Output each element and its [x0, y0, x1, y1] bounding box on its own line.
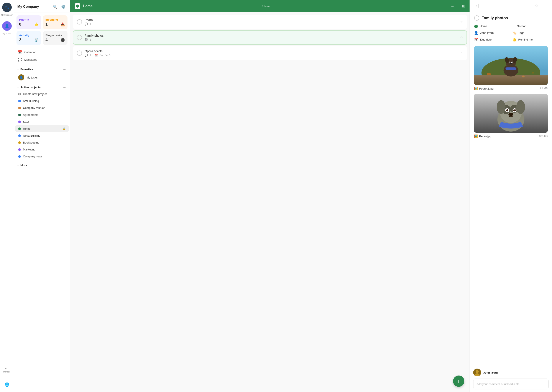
comment-author-row: John (You)	[473, 369, 549, 376]
task-count-badge: 3 tasks	[261, 5, 270, 8]
seo-label: SEO	[23, 120, 66, 123]
manage-icon[interactable]: ···	[5, 366, 9, 371]
favorites-chevron-icon: ▼	[17, 68, 19, 70]
sidebar-item-star-building[interactable]: Star Building	[15, 98, 69, 104]
task-circle-opera-tickets[interactable]	[77, 50, 82, 56]
svg-rect-2	[474, 75, 548, 85]
detail-section-item[interactable]: ☰ Section	[512, 24, 548, 28]
user-avatar[interactable]: 👤	[2, 21, 12, 31]
active-projects-chevron-icon: ▼	[17, 86, 19, 88]
detail-project-label: Home	[480, 25, 487, 28]
more-section-header[interactable]: ▼ More	[14, 161, 70, 168]
detail-due-date-item[interactable]: 📅 Due date	[474, 37, 510, 42]
add-task-button[interactable]: +	[453, 376, 464, 387]
svg-point-12	[509, 62, 510, 63]
search-icon[interactable]: 🔍	[52, 3, 58, 10]
svg-point-29	[508, 113, 513, 116]
detail-task-circle[interactable]	[474, 15, 479, 21]
sidebar-item-seo[interactable]: SEO	[15, 118, 69, 125]
task-star-pedro[interactable]: ☆	[460, 20, 463, 24]
comment-placeholder: Add your comment or upload a file	[476, 382, 519, 386]
sidebar-item-bookkeeping[interactable]: Bookkeeping	[15, 139, 69, 146]
task-list-panel-wrapper: Home 3 tasks ··· ⊞ Pedro 💬 1 ☆	[70, 0, 470, 392]
detail-collapse-button[interactable]: →|	[473, 3, 480, 9]
attachment-pedro-thumb	[474, 94, 548, 133]
task-star-family-photos[interactable]: ☆	[460, 35, 463, 40]
header-more-icon[interactable]: ···	[451, 4, 454, 8]
svg-point-3	[487, 73, 491, 75]
task-date-sep: 📅	[95, 54, 98, 57]
priority-card[interactable]: Priority 0 ⭐	[16, 15, 41, 29]
home-label: Home	[23, 127, 60, 130]
favorites-section-header[interactable]: ▼ Favorites ···	[14, 64, 70, 73]
comment-icon-pedro: 💬	[85, 22, 88, 26]
star-building-dot	[18, 100, 21, 102]
active-projects-more-icon[interactable]: ···	[62, 84, 67, 90]
sidebar-item-agreements[interactable]: Agreements	[15, 112, 69, 118]
task-content-opera-tickets: Opera tickets 💬 1 📅 Sat, Jul 6	[85, 49, 457, 57]
task-content-family-photos: Family photos 💬 1	[85, 34, 457, 41]
sidebar-cards: Priority 0 ⭐ Incoming 1 📥 Activity 2 📡 S…	[14, 13, 70, 48]
sidebar-item-nova-building[interactable]: Nova Building	[15, 132, 69, 139]
detail-more-icon[interactable]: ···	[545, 4, 549, 8]
detail-remind-icon: 🔔	[512, 37, 517, 42]
detail-tags-item[interactable]: 🏷️ Tags	[512, 31, 548, 35]
task-item-pedro[interactable]: Pedro 💬 1 ☆	[73, 15, 467, 29]
task-circle-pedro[interactable]	[77, 19, 82, 25]
settings-gear-icon[interactable]: ⚙️	[60, 3, 67, 10]
activity-card[interactable]: Activity 2 📡	[16, 31, 41, 45]
sidebar-item-messages[interactable]: 💬 Messages	[16, 56, 68, 63]
sidebar-item-company-reunion[interactable]: Company reunion	[15, 105, 69, 111]
sidebar-header-actions: 🔍 ⚙️	[52, 3, 67, 10]
detail-assignee-icon: 👤	[474, 31, 479, 35]
task-name-opera-tickets: Opera tickets	[85, 49, 457, 53]
sidebar-item-home[interactable]: Home 🔒	[15, 125, 69, 132]
comment-input[interactable]: Add your comment or upload a file	[473, 378, 549, 389]
company-avatar[interactable]: 🐾	[2, 3, 12, 12]
detail-assignee-item[interactable]: 👤 John (You)	[474, 31, 510, 35]
attachment-pedro2-name-group: 🖼️ Pedro 2.jpg	[474, 87, 494, 90]
attachment-file-icon: 🖼️	[474, 87, 478, 90]
detail-project-dot-icon: ⬤	[474, 24, 478, 28]
project-toggle-icon[interactable]	[75, 3, 80, 9]
detail-task-name: Family photos	[481, 16, 508, 20]
task-item-opera-tickets[interactable]: Opera tickets 💬 1 📅 Sat, Jul 6 ☆	[73, 46, 467, 60]
attachment-pedro2: 🖼️ Pedro 2.jpg 3.1 MB	[474, 46, 548, 90]
svg-point-25	[506, 109, 508, 112]
user-label: My Nozbe	[2, 33, 11, 35]
task-date-opera-tickets: Sat, Jul 6	[100, 54, 110, 57]
svg-point-13	[512, 62, 513, 63]
detail-project-item[interactable]: ⬤ Home	[474, 24, 510, 28]
task-meta-family-photos: 💬 1	[85, 38, 457, 41]
settings-icon[interactable]: 🌐	[2, 380, 12, 389]
header-filter-icon[interactable]: ⊞	[462, 4, 465, 8]
more-chevron-icon: ▼	[17, 164, 19, 167]
favorites-more-icon[interactable]: ···	[62, 67, 67, 72]
incoming-card[interactable]: Incoming 1 📥	[43, 15, 68, 29]
create-project-label: Create new project	[23, 92, 47, 96]
task-circle-family-photos[interactable]	[77, 35, 82, 40]
incoming-card-icon: 📥	[61, 22, 65, 27]
create-project-icon: +	[18, 93, 21, 95]
incoming-card-label: Incoming	[46, 18, 65, 21]
sidebar-item-marketing[interactable]: Marketing	[15, 146, 69, 153]
active-projects-section-header[interactable]: ▼ Active projects ···	[14, 82, 70, 91]
create-new-project-item[interactable]: + Create new project	[15, 91, 69, 97]
activity-card-count: 2	[19, 38, 21, 42]
priority-card-count: 0	[19, 22, 21, 27]
detail-star-icon[interactable]: ☆	[535, 3, 538, 8]
calendar-icon: 📅	[18, 50, 22, 54]
detail-remind-item[interactable]: 🔔 Remind me	[512, 37, 548, 42]
company-news-label: Company news	[23, 155, 66, 158]
task-list-body: Pedro 💬 1 ☆ Family photos 💬 1	[70, 12, 470, 392]
sidebar-item-my-tasks[interactable]: 👤 My tasks	[15, 73, 69, 82]
svg-point-4	[522, 76, 525, 77]
svg-point-14	[510, 63, 512, 64]
task-content-pedro: Pedro 💬 1	[85, 18, 457, 26]
task-star-opera-tickets[interactable]: ☆	[460, 51, 463, 55]
single-tasks-card-label: Single tasks	[46, 34, 65, 37]
sidebar-item-calendar[interactable]: 📅 Calendar	[16, 48, 68, 56]
single-tasks-card[interactable]: Single tasks 4 ⚫	[43, 31, 68, 45]
task-item-family-photos[interactable]: Family photos 💬 1 ☆	[73, 30, 467, 45]
sidebar-item-company-news[interactable]: Company news	[15, 153, 69, 160]
